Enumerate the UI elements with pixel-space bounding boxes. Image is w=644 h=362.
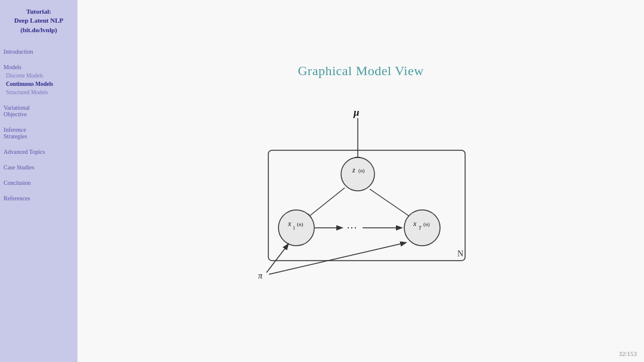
sidebar-title: Tutorial:Deep Latent NLP(bit.do/lvnlp): [4, 7, 74, 35]
sidebar-item-continuous-models[interactable]: Continuous Models: [6, 81, 74, 87]
main-content: Graphical Model View N μ z (n) x: [78, 0, 644, 362]
svg-line-14: [267, 245, 288, 273]
sidebar-item-introduction[interactable]: Introduction: [4, 48, 74, 55]
svg-line-5: [370, 189, 413, 219]
n-label: N: [457, 249, 463, 258]
svg-text:1: 1: [293, 225, 295, 231]
sidebar-item-inference-strategies[interactable]: InferenceStrategies: [4, 126, 74, 140]
diagram-area: N μ z (n) x 1 (n) ⋯: [236, 97, 486, 299]
svg-line-4: [306, 188, 345, 219]
svg-point-10: [404, 210, 440, 246]
svg-text:(n): (n): [423, 221, 430, 227]
slide-title: Graphical Model View: [298, 63, 423, 79]
sidebar-item-conclusion[interactable]: Conclusion: [4, 180, 74, 186]
svg-text:(n): (n): [297, 221, 304, 227]
sidebar-item-case-studies[interactable]: Case Studies: [4, 164, 74, 171]
page-number: 32/153: [618, 350, 637, 357]
sidebar: Tutorial:Deep Latent NLP(bit.do/lvnlp) I…: [0, 0, 78, 362]
svg-text:T: T: [419, 225, 422, 231]
sidebar-item-advanced-topics[interactable]: Advanced Topics: [4, 148, 74, 155]
svg-point-2: [341, 157, 374, 191]
sidebar-item-references[interactable]: References: [4, 195, 74, 202]
svg-line-15: [269, 243, 405, 274]
pi-label: π: [258, 271, 263, 280]
sidebar-item-variational-objective[interactable]: VariationalObjective: [4, 104, 74, 117]
sidebar-item-models[interactable]: Models: [4, 64, 74, 70]
z-label: z: [352, 166, 355, 174]
sidebar-item-discrete-models[interactable]: Discrete Models: [6, 73, 74, 79]
sidebar-item-structured-models[interactable]: Structured Models: [6, 89, 74, 95]
x1-label: x: [287, 219, 292, 228]
xT-label: x: [413, 219, 417, 228]
svg-text:(n): (n): [358, 168, 365, 174]
mu-label: μ: [353, 107, 359, 118]
graphical-model-diagram: N μ z (n) x 1 (n) ⋯: [236, 97, 486, 299]
svg-point-6: [278, 210, 314, 246]
dots-label: ⋯: [346, 221, 357, 233]
